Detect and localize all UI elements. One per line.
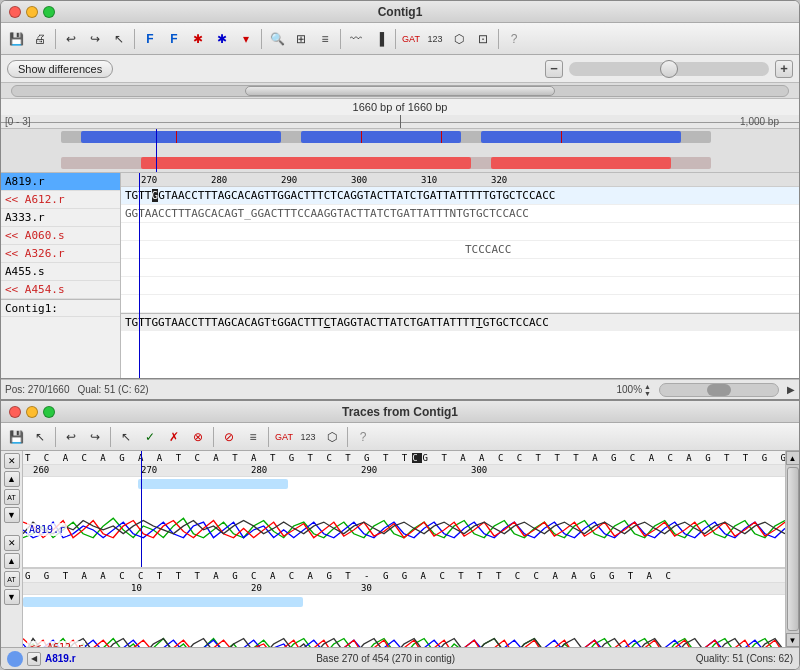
seq-name-a333[interactable]: A333.r xyxy=(1,209,120,227)
wave-icon[interactable]: 〰 xyxy=(345,28,367,50)
sequence-data-panel[interactable]: 270 280 290 300 310 320 TGTTGGTAACCTTTAG… xyxy=(121,173,799,378)
traces-check-icon[interactable]: ✓ xyxy=(139,426,161,448)
arrow-down-icon[interactable]: ▾ xyxy=(235,28,257,50)
seq-row-a333 xyxy=(121,223,799,241)
traces-undo-icon[interactable]: ↩ xyxy=(60,426,82,448)
pos-status: Pos: 270/1660 xyxy=(5,384,70,395)
traces-main-area[interactable]: T C A C A G A A T C A T A T G T C T G T … xyxy=(23,451,785,647)
traces-sep-4 xyxy=(268,427,269,447)
show-differences-button[interactable]: Show differences xyxy=(7,60,113,78)
bars-icon[interactable]: ▐ xyxy=(369,28,391,50)
num-icon[interactable]: 123 xyxy=(424,28,446,50)
traces-title-bar: Traces from Contig1 xyxy=(1,401,799,423)
traces-lines-icon[interactable]: ≡ xyxy=(242,426,264,448)
seq-name-a455[interactable]: A455.s xyxy=(1,263,120,281)
traces-circle-red-icon[interactable]: ⊗ xyxy=(187,426,209,448)
expand-icon[interactable]: ⊡ xyxy=(472,28,494,50)
traces-scrollbar[interactable]: ▲ ▼ xyxy=(785,451,799,647)
traces-maximize-button[interactable] xyxy=(43,406,55,418)
seq-name-a454[interactable]: << A454.s xyxy=(1,281,120,299)
h-scroll-thumb[interactable] xyxy=(707,384,731,396)
seq-name-a819[interactable]: A819.r xyxy=(1,173,120,191)
maximize-button[interactable] xyxy=(43,6,55,18)
trace-nav-x2[interactable]: ✕ xyxy=(4,535,20,551)
traces-gap-icon[interactable]: ⊘ xyxy=(218,426,240,448)
zoom-control: 100% ▲ ▼ xyxy=(616,383,651,397)
bp-label-container: 1660 bp of 1660 bp xyxy=(1,99,799,115)
mismatch-2 xyxy=(361,131,362,143)
merge-icon[interactable]: ⊞ xyxy=(290,28,312,50)
zoom-spinner[interactable]: ▲ ▼ xyxy=(644,383,651,397)
seq-name-a060[interactable]: << A060.s xyxy=(1,227,120,245)
traces-title: Traces from Contig1 xyxy=(342,405,458,419)
traces-link-icon[interactable]: ⬡ xyxy=(321,426,343,448)
undo-icon[interactable]: ↩ xyxy=(60,28,82,50)
seq-name-a612[interactable]: << A612.r xyxy=(1,191,120,209)
traces-redo-icon[interactable]: ↪ xyxy=(84,426,106,448)
traces-toolbar: 💾 ↖ ↩ ↪ ↖ ✓ ✗ ⊗ ⊘ ≡ GAT 123 ⬡ ? xyxy=(1,423,799,451)
ruler-pos-280: 280 xyxy=(211,175,227,185)
minimize-button[interactable] xyxy=(26,6,38,18)
traces-sep-2 xyxy=(110,427,111,447)
overview-ruler: 1,000 bp [0 - 3] xyxy=(1,115,799,129)
traces-save-icon[interactable]: 💾 xyxy=(5,426,27,448)
trace-nav-down1[interactable]: ▼ xyxy=(4,507,20,523)
sequence-names-panel: A819.r << A612.r A333.r << A060.s << A32… xyxy=(1,173,121,378)
toolbar-sep-2 xyxy=(134,29,135,49)
toolbar-sep-5 xyxy=(395,29,396,49)
search-icon[interactable]: 🔍 xyxy=(266,28,288,50)
status-indicator[interactable] xyxy=(7,651,23,667)
traces-minimize-button[interactable] xyxy=(26,406,38,418)
scroll-down-arrow[interactable]: ▼ xyxy=(786,633,800,647)
traces-cursor-icon[interactable]: ↖ xyxy=(29,426,51,448)
forward-f-icon[interactable]: F xyxy=(139,28,161,50)
trace1-ruler: T C A C A G A A T C A T A T G T C T G T … xyxy=(23,451,785,465)
scroll-up-arrow[interactable]: ▲ xyxy=(786,451,800,465)
zoom-minus-button[interactable]: − xyxy=(545,60,563,78)
close-button[interactable] xyxy=(9,6,21,18)
overview-scrollbar[interactable] xyxy=(1,83,799,99)
star-red-icon[interactable]: ✱ xyxy=(187,28,209,50)
scroll-thumb[interactable] xyxy=(787,467,799,631)
lines-icon[interactable]: ≡ xyxy=(314,28,336,50)
back-f-icon[interactable]: F xyxy=(163,28,185,50)
trace-nav-up1[interactable]: ▲ xyxy=(4,471,20,487)
cursor-icon[interactable]: ↖ xyxy=(108,28,130,50)
zoom-slider-thumb[interactable] xyxy=(660,60,678,78)
trace2-seq-highlight xyxy=(23,597,303,607)
traces-help-icon[interactable]: ? xyxy=(352,426,374,448)
controls-bar: Show differences − + xyxy=(1,55,799,83)
traces-tag-icon[interactable]: GAT xyxy=(273,426,295,448)
seq-row-consensus: TGTTGGTAACCTTTAGCACAGTtGGACTTTCTAGGTACTT… xyxy=(121,313,799,331)
help-icon[interactable]: ? xyxy=(503,28,525,50)
trace-nav-atgc2[interactable]: AT xyxy=(4,571,20,587)
trace2-bases-row: G G T A A C C T T T A G C A C A G T - G … xyxy=(23,569,785,583)
trace-nav-atgc1[interactable]: AT xyxy=(4,489,20,505)
scroll-bar-thumb[interactable] xyxy=(245,86,555,96)
blue-read-3 xyxy=(481,131,681,143)
traces-align-icon[interactable]: ↖ xyxy=(115,426,137,448)
horizontal-scroll[interactable] xyxy=(659,383,779,397)
tag-icon[interactable]: GAT xyxy=(400,28,422,50)
traces-x-icon[interactable]: ✗ xyxy=(163,426,185,448)
trace-nav-up2[interactable]: ▲ xyxy=(4,553,20,569)
print-icon[interactable]: 🖨 xyxy=(29,28,51,50)
traces-close-button[interactable] xyxy=(9,406,21,418)
traces-num-icon[interactable]: 123 xyxy=(297,426,319,448)
trace1-bases: T C A C A G A A T C A T A T G T C T G T … xyxy=(25,453,785,463)
seq-row-a819: TGTTGGTAACCTTTAGCACAGTTGGACTTTCTCAGGTACT… xyxy=(121,187,799,205)
zoom-plus-button[interactable]: + xyxy=(775,60,793,78)
zoom-slider[interactable] xyxy=(569,62,769,76)
cursor-line xyxy=(139,173,140,378)
trace2-label: << A612.r xyxy=(27,641,85,647)
scroll-right-arrow[interactable]: ▶ xyxy=(787,384,795,395)
trace-nav-down2[interactable]: ▼ xyxy=(4,589,20,605)
save-icon[interactable]: 💾 xyxy=(5,28,27,50)
nav-left-arrow[interactable]: ◀ xyxy=(27,652,41,666)
link-icon[interactable]: ⬡ xyxy=(448,28,470,50)
star-blue-icon[interactable]: ✱ xyxy=(211,28,233,50)
seq-name-a326[interactable]: << A326.r xyxy=(1,245,120,263)
trace-nav-x1[interactable]: ✕ xyxy=(4,453,20,469)
redo-icon[interactable]: ↪ xyxy=(84,28,106,50)
bottom-status-bar: ◀ A819.r Base 270 of 454 (270 in contig)… xyxy=(1,647,799,669)
